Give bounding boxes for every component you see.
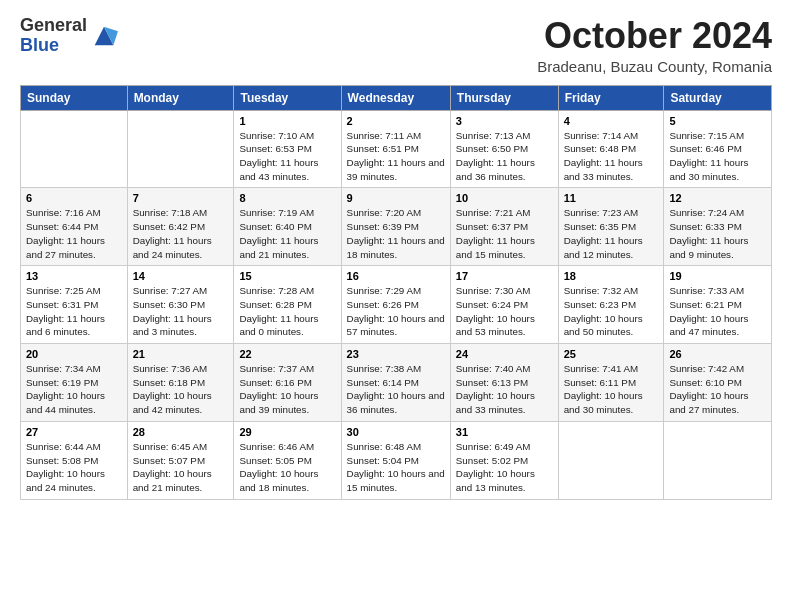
day-info: Sunrise: 7:24 AM Sunset: 6:33 PM Dayligh…: [669, 206, 766, 261]
day-info: Sunrise: 6:46 AM Sunset: 5:05 PM Dayligh…: [239, 440, 335, 495]
logo-icon: [90, 22, 118, 50]
calendar-cell: 19Sunrise: 7:33 AM Sunset: 6:21 PM Dayli…: [664, 266, 772, 344]
calendar-cell: 7Sunrise: 7:18 AM Sunset: 6:42 PM Daylig…: [127, 188, 234, 266]
day-number: 9: [347, 192, 445, 204]
day-info: Sunrise: 7:21 AM Sunset: 6:37 PM Dayligh…: [456, 206, 553, 261]
day-info: Sunrise: 7:30 AM Sunset: 6:24 PM Dayligh…: [456, 284, 553, 339]
calendar-cell: [127, 110, 234, 188]
calendar-cell: 2Sunrise: 7:11 AM Sunset: 6:51 PM Daylig…: [341, 110, 450, 188]
day-info: Sunrise: 6:44 AM Sunset: 5:08 PM Dayligh…: [26, 440, 122, 495]
calendar-table: SundayMondayTuesdayWednesdayThursdayFrid…: [20, 85, 772, 500]
calendar-cell: 4Sunrise: 7:14 AM Sunset: 6:48 PM Daylig…: [558, 110, 664, 188]
day-number: 21: [133, 348, 229, 360]
calendar-day-header: Saturday: [664, 85, 772, 110]
day-number: 2: [347, 115, 445, 127]
calendar-cell: 14Sunrise: 7:27 AM Sunset: 6:30 PM Dayli…: [127, 266, 234, 344]
day-number: 24: [456, 348, 553, 360]
day-number: 13: [26, 270, 122, 282]
calendar-day-header: Thursday: [450, 85, 558, 110]
location-title: Bradeanu, Buzau County, Romania: [537, 58, 772, 75]
calendar-cell: 13Sunrise: 7:25 AM Sunset: 6:31 PM Dayli…: [21, 266, 128, 344]
day-number: 11: [564, 192, 659, 204]
calendar-cell: 20Sunrise: 7:34 AM Sunset: 6:19 PM Dayli…: [21, 344, 128, 422]
title-block: October 2024 Bradeanu, Buzau County, Rom…: [537, 16, 772, 75]
day-number: 1: [239, 115, 335, 127]
day-info: Sunrise: 7:25 AM Sunset: 6:31 PM Dayligh…: [26, 284, 122, 339]
calendar-week-row: 27Sunrise: 6:44 AM Sunset: 5:08 PM Dayli…: [21, 421, 772, 499]
calendar-cell: 28Sunrise: 6:45 AM Sunset: 5:07 PM Dayli…: [127, 421, 234, 499]
calendar-cell: 9Sunrise: 7:20 AM Sunset: 6:39 PM Daylig…: [341, 188, 450, 266]
day-number: 4: [564, 115, 659, 127]
calendar-cell: 22Sunrise: 7:37 AM Sunset: 6:16 PM Dayli…: [234, 344, 341, 422]
day-info: Sunrise: 7:23 AM Sunset: 6:35 PM Dayligh…: [564, 206, 659, 261]
calendar-day-header: Sunday: [21, 85, 128, 110]
day-info: Sunrise: 7:40 AM Sunset: 6:13 PM Dayligh…: [456, 362, 553, 417]
day-number: 26: [669, 348, 766, 360]
day-info: Sunrise: 7:37 AM Sunset: 6:16 PM Dayligh…: [239, 362, 335, 417]
calendar-cell: 11Sunrise: 7:23 AM Sunset: 6:35 PM Dayli…: [558, 188, 664, 266]
day-info: Sunrise: 7:38 AM Sunset: 6:14 PM Dayligh…: [347, 362, 445, 417]
day-number: 23: [347, 348, 445, 360]
day-number: 28: [133, 426, 229, 438]
calendar-header-row: SundayMondayTuesdayWednesdayThursdayFrid…: [21, 85, 772, 110]
day-info: Sunrise: 7:14 AM Sunset: 6:48 PM Dayligh…: [564, 129, 659, 184]
calendar-cell: 15Sunrise: 7:28 AM Sunset: 6:28 PM Dayli…: [234, 266, 341, 344]
calendar-cell: 12Sunrise: 7:24 AM Sunset: 6:33 PM Dayli…: [664, 188, 772, 266]
day-number: 19: [669, 270, 766, 282]
calendar-cell: 6Sunrise: 7:16 AM Sunset: 6:44 PM Daylig…: [21, 188, 128, 266]
calendar-day-header: Wednesday: [341, 85, 450, 110]
day-info: Sunrise: 7:42 AM Sunset: 6:10 PM Dayligh…: [669, 362, 766, 417]
day-number: 27: [26, 426, 122, 438]
day-info: Sunrise: 7:41 AM Sunset: 6:11 PM Dayligh…: [564, 362, 659, 417]
calendar-cell: 17Sunrise: 7:30 AM Sunset: 6:24 PM Dayli…: [450, 266, 558, 344]
calendar-cell: 24Sunrise: 7:40 AM Sunset: 6:13 PM Dayli…: [450, 344, 558, 422]
calendar-day-header: Monday: [127, 85, 234, 110]
calendar-cell: 16Sunrise: 7:29 AM Sunset: 6:26 PM Dayli…: [341, 266, 450, 344]
calendar-week-row: 13Sunrise: 7:25 AM Sunset: 6:31 PM Dayli…: [21, 266, 772, 344]
calendar-cell: 8Sunrise: 7:19 AM Sunset: 6:40 PM Daylig…: [234, 188, 341, 266]
calendar-cell: [664, 421, 772, 499]
day-number: 31: [456, 426, 553, 438]
day-number: 30: [347, 426, 445, 438]
day-number: 10: [456, 192, 553, 204]
calendar-cell: [21, 110, 128, 188]
day-info: Sunrise: 7:15 AM Sunset: 6:46 PM Dayligh…: [669, 129, 766, 184]
day-number: 22: [239, 348, 335, 360]
logo-general: General Blue: [20, 16, 87, 56]
day-info: Sunrise: 7:32 AM Sunset: 6:23 PM Dayligh…: [564, 284, 659, 339]
logo: General Blue: [20, 16, 118, 56]
day-number: 6: [26, 192, 122, 204]
day-number: 17: [456, 270, 553, 282]
calendar-cell: 23Sunrise: 7:38 AM Sunset: 6:14 PM Dayli…: [341, 344, 450, 422]
calendar-cell: 10Sunrise: 7:21 AM Sunset: 6:37 PM Dayli…: [450, 188, 558, 266]
calendar-day-header: Tuesday: [234, 85, 341, 110]
day-info: Sunrise: 6:49 AM Sunset: 5:02 PM Dayligh…: [456, 440, 553, 495]
day-info: Sunrise: 7:19 AM Sunset: 6:40 PM Dayligh…: [239, 206, 335, 261]
day-number: 14: [133, 270, 229, 282]
day-info: Sunrise: 6:48 AM Sunset: 5:04 PM Dayligh…: [347, 440, 445, 495]
calendar-cell: 1Sunrise: 7:10 AM Sunset: 6:53 PM Daylig…: [234, 110, 341, 188]
day-number: 8: [239, 192, 335, 204]
day-info: Sunrise: 7:29 AM Sunset: 6:26 PM Dayligh…: [347, 284, 445, 339]
calendar-cell: 18Sunrise: 7:32 AM Sunset: 6:23 PM Dayli…: [558, 266, 664, 344]
day-info: Sunrise: 7:34 AM Sunset: 6:19 PM Dayligh…: [26, 362, 122, 417]
day-number: 29: [239, 426, 335, 438]
day-info: Sunrise: 6:45 AM Sunset: 5:07 PM Dayligh…: [133, 440, 229, 495]
calendar-cell: 26Sunrise: 7:42 AM Sunset: 6:10 PM Dayli…: [664, 344, 772, 422]
calendar-week-row: 6Sunrise: 7:16 AM Sunset: 6:44 PM Daylig…: [21, 188, 772, 266]
calendar-cell: 25Sunrise: 7:41 AM Sunset: 6:11 PM Dayli…: [558, 344, 664, 422]
calendar-week-row: 1Sunrise: 7:10 AM Sunset: 6:53 PM Daylig…: [21, 110, 772, 188]
header: General Blue October 2024 Bradeanu, Buza…: [20, 16, 772, 75]
calendar-cell: 30Sunrise: 6:48 AM Sunset: 5:04 PM Dayli…: [341, 421, 450, 499]
calendar-cell: [558, 421, 664, 499]
month-title: October 2024: [537, 16, 772, 56]
day-info: Sunrise: 7:13 AM Sunset: 6:50 PM Dayligh…: [456, 129, 553, 184]
day-info: Sunrise: 7:16 AM Sunset: 6:44 PM Dayligh…: [26, 206, 122, 261]
day-number: 20: [26, 348, 122, 360]
day-info: Sunrise: 7:10 AM Sunset: 6:53 PM Dayligh…: [239, 129, 335, 184]
day-number: 15: [239, 270, 335, 282]
day-number: 3: [456, 115, 553, 127]
day-info: Sunrise: 7:33 AM Sunset: 6:21 PM Dayligh…: [669, 284, 766, 339]
calendar-day-header: Friday: [558, 85, 664, 110]
calendar-cell: 29Sunrise: 6:46 AM Sunset: 5:05 PM Dayli…: [234, 421, 341, 499]
